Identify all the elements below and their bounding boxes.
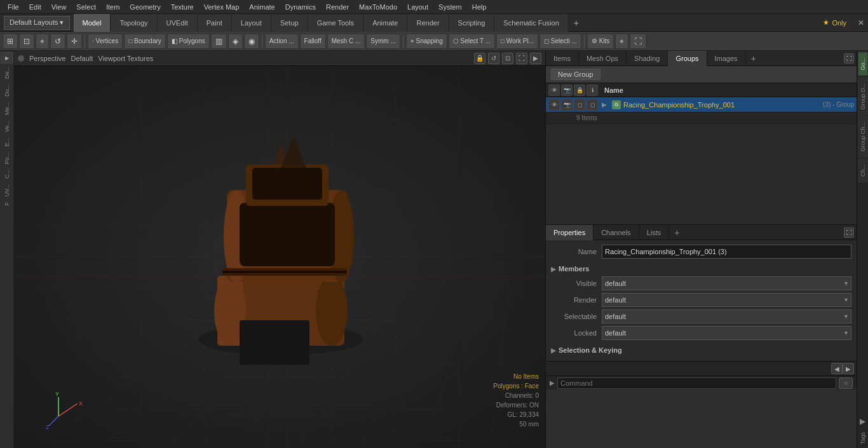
tool-work-pl[interactable]: □ Work Pl...: [496, 34, 538, 49]
viewport-ctrl-reset[interactable]: ↺: [488, 53, 499, 64]
viewport-dot[interactable]: [18, 55, 24, 62]
tool-vertices[interactable]: · Vertices: [88, 34, 123, 49]
rmp-tab-ch[interactable]: Ch...: [858, 159, 868, 182]
tab-groups[interactable]: Groups: [668, 51, 707, 66]
layout-dropdown[interactable]: Default Layouts ▾: [4, 16, 70, 30]
tool-snap[interactable]: ⌖: [36, 34, 49, 49]
group-eye[interactable]: 👁: [548, 99, 560, 111]
viewport-ctrl-expand[interactable]: ⛶: [516, 53, 527, 64]
tab-mesh-ops[interactable]: Mesh Ops: [579, 51, 627, 66]
group-item[interactable]: 👁 📷 ◻ ◻ ▶ G Racing_Championship_Trophy_0…: [546, 97, 857, 112]
group-render[interactable]: 📷: [561, 99, 573, 111]
layout-tab-schematic[interactable]: Schematic Fusion: [494, 14, 568, 32]
viewport-label-textures[interactable]: Viewport Textures: [98, 55, 153, 62]
menu-render[interactable]: Render: [321, 2, 354, 12]
group-lock[interactable]: ◻: [574, 99, 585, 111]
tool-perspective-toggle[interactable]: ⊞: [3, 34, 18, 49]
left-label-de[interactable]: De...: [4, 64, 10, 81]
tool-rotate[interactable]: ↺: [50, 34, 65, 49]
prop-tab-properties[interactable]: Properties: [546, 225, 593, 240]
menu-view[interactable]: View: [46, 2, 72, 12]
layout-add-button[interactable]: +: [569, 14, 584, 32]
prop-render-select[interactable]: default on off: [602, 293, 851, 307]
tool-action[interactable]: Action ...: [265, 34, 299, 49]
props-next-btn[interactable]: ▶: [843, 363, 854, 374]
tool-select-t[interactable]: ⬡ Select T ...: [449, 34, 495, 49]
menu-item[interactable]: Item: [101, 2, 125, 12]
tool-kits[interactable]: ⚙ Kits: [587, 34, 614, 49]
layout-tab-topology[interactable]: Topology: [111, 14, 157, 32]
menu-help[interactable]: Help: [467, 2, 492, 12]
tab-items[interactable]: Items: [546, 51, 579, 66]
groups-list[interactable]: 👁 📷 ◻ ◻ ▶ G Racing_Championship_Trophy_0…: [546, 97, 857, 224]
menu-select[interactable]: Select: [71, 2, 101, 12]
prop-visible-select[interactable]: default on off: [602, 276, 851, 290]
tool-snapping[interactable]: ⌖ Snapping: [406, 34, 447, 49]
new-group-button[interactable]: New Group: [551, 69, 600, 80]
viewport-ctrl-fit[interactable]: ⊡: [502, 53, 513, 64]
layout-tab-setup[interactable]: Setup: [271, 14, 308, 32]
layout-tab-uvedit[interactable]: UVEdit: [158, 14, 198, 32]
menu-maxtomodo[interactable]: MaxToModo: [354, 2, 402, 12]
tool-cam-rotate[interactable]: ⌖: [615, 34, 628, 49]
rmp-arrow[interactable]: ▶: [857, 414, 868, 428]
props-expand-btn[interactable]: ⛶: [844, 227, 854, 238]
left-label-me[interactable]: Me...: [4, 100, 10, 118]
tool-falloff[interactable]: Falloff: [300, 34, 326, 49]
layout-tab-animate[interactable]: Animate: [363, 14, 407, 32]
layout-tab-paint[interactable]: Paint: [198, 14, 232, 32]
left-btn-1[interactable]: ▶: [1, 52, 13, 64]
viewport-label-default[interactable]: Default: [71, 55, 93, 62]
menu-layout[interactable]: Layout: [402, 2, 433, 12]
layout-tab-render[interactable]: Render: [407, 14, 449, 32]
rmp-tab-go[interactable]: Go...: [858, 52, 868, 76]
prop-selectable-select[interactable]: default on off: [602, 309, 851, 323]
command-run-button[interactable]: ○: [839, 377, 853, 389]
menu-dynamics[interactable]: Dynamics: [280, 2, 321, 12]
menu-edit[interactable]: Edit: [24, 2, 46, 12]
group-expand[interactable]: ▶: [599, 100, 609, 110]
left-label-uv[interactable]: UV...: [4, 182, 10, 199]
left-label-c[interactable]: C...: [4, 167, 10, 181]
menu-texture[interactable]: Texture: [166, 2, 199, 12]
tab-images[interactable]: Images: [707, 51, 746, 66]
tool-toggle2[interactable]: ◉: [244, 34, 259, 49]
group-check[interactable]: ◻: [587, 99, 598, 111]
tool-toggle1[interactable]: ◈: [228, 34, 243, 49]
left-label-ve[interactable]: Ve...: [4, 118, 10, 135]
menu-system[interactable]: System: [433, 2, 467, 12]
layout-tab-model[interactable]: Model: [74, 14, 111, 32]
tool-grid[interactable]: ⊡: [19, 34, 34, 49]
rmp-tab-group-d[interactable]: Group D...: [858, 78, 868, 116]
viewport-ctrl-more[interactable]: ▶: [530, 53, 541, 64]
tool-mesh-c[interactable]: Mesh C ...: [327, 34, 365, 49]
tool-boundary[interactable]: □ Boundary: [124, 34, 166, 49]
viewport-ctrl-lock[interactable]: 🔒: [474, 53, 485, 64]
left-label-e[interactable]: E...: [4, 135, 10, 149]
left-label-f[interactable]: F: [4, 200, 10, 208]
tool-symm[interactable]: Symm ...: [366, 34, 400, 49]
tool-polygons[interactable]: ◧ Polygons: [167, 34, 210, 49]
tool-move[interactable]: ✛: [67, 34, 82, 49]
viewport-label-perspective[interactable]: Perspective: [29, 55, 65, 62]
menu-geometry[interactable]: Geometry: [125, 2, 165, 12]
left-label-po[interactable]: Po...: [4, 150, 10, 167]
rp-expand-btn[interactable]: ⛶: [844, 53, 854, 64]
layout-close-button[interactable]: ✕: [854, 17, 868, 29]
tool-options[interactable]: ▥: [211, 34, 227, 49]
groups-lock-btn[interactable]: 🔒: [574, 85, 585, 96]
command-input[interactable]: [557, 377, 836, 389]
groups-render-btn[interactable]: 📷: [561, 85, 573, 96]
tool-fullscreen[interactable]: ⛶: [630, 34, 646, 49]
left-label-du[interactable]: Du...: [4, 82, 10, 99]
prop-tab-channels[interactable]: Channels: [593, 225, 639, 240]
prop-tab-lists[interactable]: Lists: [639, 225, 670, 240]
tool-selecti[interactable]: ◻ Selecti ...: [539, 34, 581, 49]
menu-vertex-map[interactable]: Vertex Map: [199, 2, 245, 12]
menu-animate[interactable]: Animate: [244, 2, 280, 12]
layout-tab-gametools[interactable]: Game Tools: [308, 14, 364, 32]
tab-shading[interactable]: Shading: [627, 51, 668, 66]
menu-file[interactable]: File: [3, 2, 24, 12]
groups-eye-btn[interactable]: 👁: [548, 85, 560, 96]
layout-tab-scripting[interactable]: Scripting: [449, 14, 495, 32]
